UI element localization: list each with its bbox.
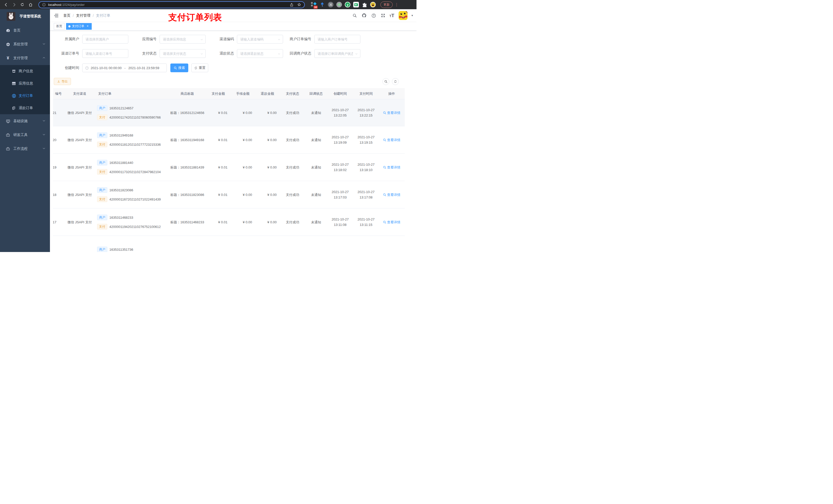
cell-refund: ¥ 0.00 bbox=[255, 192, 280, 197]
sidebar-item-workflow[interactable]: 工作流程 bbox=[0, 142, 50, 156]
cell-title: 标题：1635311881439 bbox=[169, 165, 206, 170]
yen-circle-icon bbox=[11, 94, 16, 98]
view-detail-link[interactable]: 查看详情 bbox=[383, 165, 400, 170]
tag-pay-order[interactable]: 支付订单 × bbox=[66, 23, 92, 30]
cell-actions: 查看详情 bbox=[379, 165, 405, 170]
magnifier-icon bbox=[383, 166, 386, 169]
sidebar-item-app-info[interactable]: 应用信息 bbox=[0, 77, 50, 90]
cell-create-time: 2021-10-2713:19:09 bbox=[327, 135, 354, 145]
view-detail-link[interactable]: 查看详情 bbox=[383, 137, 400, 143]
sidebar-item-infrastructure[interactable]: 基础设施 bbox=[0, 114, 50, 128]
cell-pay-order: 商户 1635311881440 支付 42000011732021102728… bbox=[94, 160, 169, 175]
bookmark-star-icon[interactable] bbox=[297, 3, 301, 7]
sidebar-item-merchant-info[interactable]: 商户信息 bbox=[0, 65, 50, 77]
tag-close-icon[interactable]: × bbox=[86, 25, 89, 28]
cell-refund: ¥ 0.00 bbox=[255, 137, 280, 143]
browser-home-button[interactable] bbox=[27, 1, 34, 8]
address-bar[interactable]: localhost:1024/pay/order bbox=[39, 1, 305, 8]
help-icon[interactable] bbox=[371, 13, 377, 19]
extensions-puzzle-icon[interactable] bbox=[362, 2, 367, 7]
cell-notify: 未通知 bbox=[305, 137, 327, 143]
merchant-order-no: 1635311949168 bbox=[110, 133, 133, 138]
channel-pay-no: 4200001174202110278060590766 bbox=[110, 115, 161, 120]
sidebar-item-home[interactable]: 首页 bbox=[0, 24, 50, 38]
github-icon[interactable] bbox=[361, 13, 367, 19]
cell-notify: 未通知 bbox=[305, 192, 327, 197]
notify-status-select[interactable] bbox=[314, 49, 360, 58]
reset-button[interactable]: 重置 bbox=[191, 64, 208, 72]
view-detail-link[interactable]: 查看详情 bbox=[383, 219, 400, 225]
browser-menu-icon[interactable]: ⋮ bbox=[395, 2, 399, 7]
table-row: 商户 1635311351736 支付 bbox=[53, 236, 405, 252]
magnifier-icon bbox=[383, 111, 386, 115]
browser-profile-avatar[interactable] bbox=[370, 2, 376, 7]
sidebar-item-payment[interactable]: ¥ 支付管理 bbox=[0, 51, 50, 65]
pay-status-select[interactable] bbox=[160, 49, 206, 58]
avatar-caret-icon[interactable]: ▾ bbox=[411, 14, 413, 17]
refresh-table-button[interactable] bbox=[392, 78, 399, 85]
merchant-tag: 商户 bbox=[97, 160, 107, 165]
sidebar: 芋道管理系统 首页 系统管理 ¥ 支付管理 商户信息 应用信息 bbox=[0, 9, 50, 252]
tag-home[interactable]: 首页 bbox=[54, 23, 65, 30]
toggle-search-button[interactable] bbox=[382, 78, 389, 85]
merchant-input[interactable] bbox=[82, 35, 128, 44]
chevron-down-icon bbox=[42, 119, 46, 123]
breadcrumb-home[interactable]: 首页 bbox=[63, 13, 70, 18]
extension-sketch-icon[interactable] bbox=[319, 2, 325, 7]
extension-chat-icon[interactable] bbox=[353, 2, 359, 7]
channel-pay-no: 4200001194202110276752100612 bbox=[110, 224, 161, 230]
active-tag-dot bbox=[68, 25, 70, 27]
font-size-icon[interactable]: TT bbox=[389, 13, 395, 19]
payment-submenu: 商户信息 应用信息 支付订单 退款订单 bbox=[0, 65, 50, 114]
browser-back-button[interactable] bbox=[3, 1, 9, 8]
search-icon[interactable] bbox=[352, 13, 358, 19]
pay-tag: 支付 bbox=[97, 196, 107, 202]
user-avatar[interactable] bbox=[399, 11, 407, 20]
sidebar-item-system[interactable]: 系统管理 bbox=[0, 38, 50, 51]
breadcrumb-payment[interactable]: 支付管理 bbox=[76, 13, 90, 18]
extension-command-icon[interactable]: ⌘ bbox=[328, 2, 334, 7]
view-detail-link[interactable]: 查看详情 bbox=[383, 110, 400, 116]
refund-status-select[interactable] bbox=[237, 49, 283, 58]
header-actions: 操作 bbox=[379, 91, 405, 96]
channel-pay-no: 4200001167202110271022491439 bbox=[110, 197, 161, 202]
merchant-order-no: 1635311351736 bbox=[110, 247, 133, 252]
search-button[interactable]: 搜索 bbox=[170, 64, 188, 72]
cell-pay-order: 商户 1635312124657 支付 42000011742021102780… bbox=[94, 105, 169, 120]
merchant-order-no: 1635311468233 bbox=[110, 215, 133, 220]
cell-create-time: 2021-10-2713:17:03 bbox=[327, 189, 354, 200]
cell-fee: ¥ 0.00 bbox=[231, 219, 255, 225]
cell-refund: ¥ 0.00 bbox=[255, 165, 280, 170]
browser-update-button[interactable]: 更新 bbox=[380, 2, 393, 8]
sidebar-item-refund-order[interactable]: 退款订单 bbox=[0, 102, 50, 114]
channel-code-select[interactable] bbox=[237, 35, 283, 44]
browser-forward-button[interactable] bbox=[11, 1, 18, 8]
sidebar-fold-icon[interactable] bbox=[53, 13, 59, 18]
sidebar-item-dev-tools[interactable]: 研发工具 bbox=[0, 128, 50, 142]
app-logo-row: 芋道管理系统 bbox=[0, 9, 50, 24]
view-detail-link[interactable]: 查看详情 bbox=[383, 192, 400, 197]
header-channel: 支付渠道 bbox=[65, 91, 94, 96]
date-start-value: 2021-10-01 00:00:00 bbox=[91, 66, 122, 70]
channel-order-no-input[interactable] bbox=[82, 49, 128, 58]
extension-workspaces-icon[interactable]: 10 bbox=[311, 2, 317, 7]
cell-pay-order: 商户 1635311468233 支付 42000011942021102767… bbox=[94, 215, 169, 230]
cell-channel: 微信 JSAPI 支付 bbox=[65, 110, 94, 116]
extension-y-icon[interactable]: y bbox=[345, 2, 351, 7]
date-end-value: 2021-10-31 23:59:59 bbox=[128, 66, 159, 70]
table-row: 17 微信 JSAPI 支付 商户 1635311468233 支付 42000… bbox=[53, 209, 405, 236]
fullscreen-icon[interactable] bbox=[380, 13, 386, 19]
sidebar-item-pay-order[interactable]: 支付订单 bbox=[0, 90, 50, 102]
site-info-icon[interactable] bbox=[42, 3, 46, 7]
merchant-order-no-input[interactable] bbox=[314, 35, 360, 44]
cell-title: 标题：1635312124656 bbox=[169, 110, 206, 116]
create-time-range-picker[interactable]: 2021-10-01 00:00:00 - 2021-10-31 23:59:5… bbox=[82, 64, 167, 72]
browser-reload-button[interactable] bbox=[19, 1, 26, 8]
cell-actions: 查看详情 bbox=[379, 137, 405, 143]
cell-channel: 微信 JSAPI 支付 bbox=[65, 219, 94, 225]
cell-channel: 微信 JSAPI 支付 bbox=[65, 165, 94, 170]
extension-recorder-icon[interactable] bbox=[336, 2, 342, 7]
share-icon[interactable] bbox=[290, 3, 293, 7]
export-button[interactable]: 导出 bbox=[54, 78, 71, 85]
app-id-select[interactable] bbox=[160, 35, 206, 44]
